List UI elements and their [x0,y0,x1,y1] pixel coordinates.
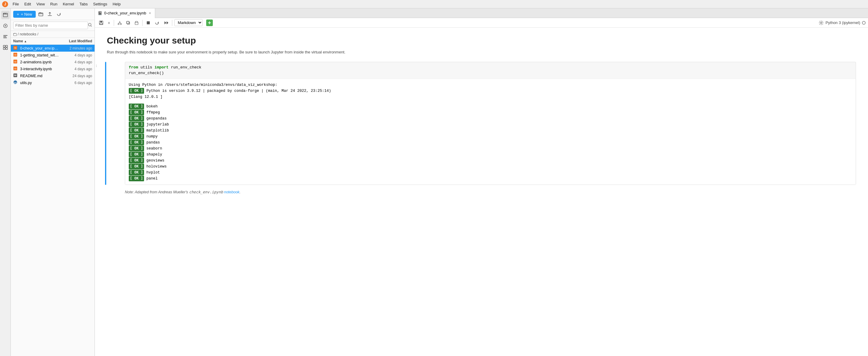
paste-button[interactable] [133,20,140,26]
file-name: 2-animations.ipynb [20,60,59,64]
output-line-1: Using Python in /Users/stefanie/minicond… [129,82,852,88]
file-row[interactable]: MREADME.md24 days ago [11,72,95,79]
file-row[interactable]: nb2-animations.ipynb4 days ago [11,59,95,65]
open-folder-button[interactable] [37,10,45,18]
stop-button[interactable] [145,20,152,26]
sidebar-extension-icon[interactable] [1,43,10,52]
code-input[interactable]: from utils import run_env_check run_env_… [125,62,856,79]
copy-button[interactable] [125,20,132,26]
svg-point-30 [118,23,119,25]
sort-by-name[interactable]: Name ▲ [13,39,59,43]
note-code: check_env.ipynb [189,190,223,194]
restart-button[interactable] [153,20,161,26]
svg-point-39 [820,22,822,23]
ok-badge: [ OK ] [129,110,144,115]
svg-rect-5 [3,35,7,36]
search-input[interactable] [13,22,88,29]
tab-close-button[interactable]: × [148,11,152,16]
ok-badge: [ OK ] [129,176,144,181]
module-name: utils [141,65,155,70]
search-submit-button[interactable] [88,23,92,28]
menu-help[interactable]: Help [110,1,123,7]
notebook-link[interactable]: notebook [224,190,239,194]
search-box [11,20,95,31]
svg-text:nb: nb [14,54,17,56]
file-name: utils.py [20,81,59,85]
cell-type-indicator [206,20,213,26]
file-name: 0-check_your_env.ipynb [20,46,59,51]
menu-tabs[interactable]: Tabs [77,1,90,7]
menu-run[interactable]: Run [48,1,60,7]
toolbar-divider-3 [172,20,172,26]
file-row[interactable]: nb0-check_your_env.ipynb2 minutes ago [11,45,95,52]
svg-rect-28 [100,21,102,23]
file-row[interactable]: pyutils.py6 days ago [11,79,95,86]
file-modified: 4 days ago [59,60,92,64]
menu-view[interactable]: View [34,1,47,7]
file-modified: 6 days ago [59,81,92,85]
file-icon: nb [13,66,19,71]
file-icon: py [13,80,19,85]
refresh-button[interactable] [55,10,63,18]
file-list: Name ▲ Last Modified nb0-check_your_env.… [11,38,95,356]
run-all-button[interactable] [162,20,170,26]
sidebar-running-icon[interactable] [1,22,10,30]
cell-type-select[interactable]: Code Markdown Raw [175,19,203,26]
ok-badge: [ OK ] [129,157,144,163]
file-icon: nb [13,59,19,64]
ok-badge: [ OK ] [129,164,144,169]
markdown-cell: Checking your setup Run through this not… [107,34,856,57]
keyword-import: import [155,65,169,70]
svg-rect-6 [3,36,6,37]
new-button[interactable]: + + New [13,11,36,18]
menu-settings[interactable]: Settings [91,1,110,7]
menu-file[interactable]: File [10,1,21,7]
file-modified: 4 days ago [59,53,92,57]
output-package-line: [ OK ] numpy [129,134,852,140]
new-button-label: + New [21,12,32,17]
column-modified-label: Last Modified [59,39,92,43]
file-modified: 4 days ago [59,67,92,71]
menu-bar: J File Edit View Run Kernel Tabs Setting… [0,0,868,8]
markdown-cell-container: Checking your setup Run through this not… [107,34,856,57]
svg-rect-37 [147,21,150,24]
ok-badge: [ OK ] [129,170,144,175]
save-button[interactable] [97,20,105,26]
notebook-title: Checking your setup [107,35,856,46]
upload-button[interactable] [46,10,54,18]
file-icon: nb [13,53,19,58]
menu-edit[interactable]: Edit [22,1,33,7]
svg-point-4 [5,25,6,26]
notebook-tab[interactable]: 📓 0-check_your_env.ipynb × [95,8,155,18]
file-row[interactable]: nb3-interactivity.ipynb4 days ago [11,65,95,72]
kernel-info: Python 3 (ipykernel) [819,21,866,25]
code-line-1: from utils import run_env_check [129,64,852,70]
gear-icon [819,21,824,25]
ok-badge: [ OK ] [129,127,144,133]
menu-kernel[interactable]: Kernel [60,1,76,7]
notebook-area: 📓 0-check_your_env.ipynb × + [95,8,868,356]
cut-button[interactable] [116,20,123,26]
svg-rect-12 [39,13,43,16]
file-row[interactable]: nb1-getting_started_with...4 days ago [11,52,95,59]
cell-label: [1]: [95,62,97,68]
add-cell-button[interactable]: + [106,20,112,26]
output-package-line: [ OK ] ffmpeg [129,110,852,116]
code-line-2: run_env_check() [129,70,852,76]
icon-sidebar [0,8,11,356]
code-cell-container: [1]: from utils import run_env_check run… [107,62,856,185]
svg-text:M: M [14,74,17,77]
svg-rect-7 [3,37,7,38]
keyword-from: from [129,65,138,70]
svg-text:nb: nb [14,47,17,49]
code-cell[interactable]: from utils import run_env_check run_env_… [125,62,856,185]
notebook-toolbar: + [95,18,868,28]
sidebar-commands-icon[interactable] [1,32,10,41]
breadcrumb-text: / notebooks / [18,32,38,36]
sidebar-files-icon[interactable] [1,11,10,19]
note-text: Note: Adapted from Andreas Mueller's che… [125,190,856,194]
svg-rect-9 [6,45,7,47]
ok-badge: [ OK ] [129,116,144,121]
output-line-2-text: Python is version 3.9.12 | packaged by c… [147,89,331,93]
svg-text:J: J [4,2,6,6]
